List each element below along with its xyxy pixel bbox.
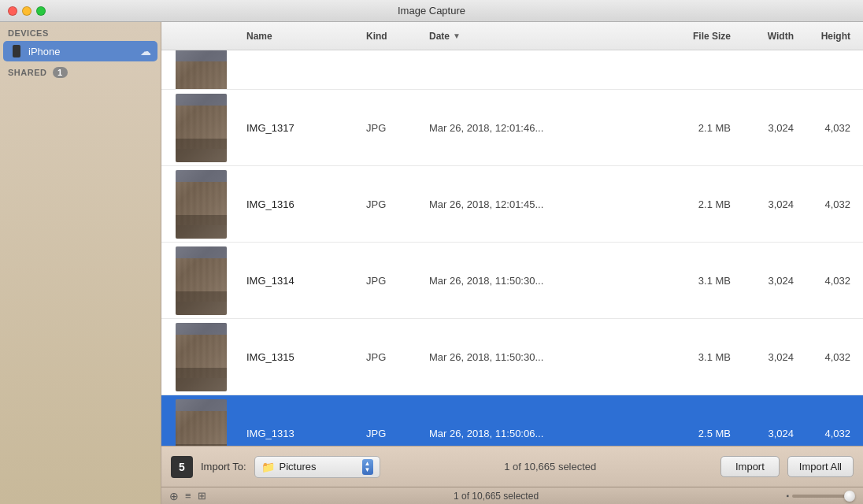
row-kind: JPG bbox=[366, 275, 429, 287]
title-bar: Image Capture bbox=[0, 0, 863, 22]
row-filesize: 2.1 MB bbox=[658, 122, 737, 134]
row-date: Mar 26, 2018, 12:01:46... bbox=[429, 122, 658, 134]
thumbnail-size-slider[interactable]: ▪ bbox=[786, 491, 855, 500]
window-title: Image Capture bbox=[398, 5, 465, 17]
row-height: 4,032 bbox=[800, 198, 863, 210]
slider-min-icon: ▪ bbox=[786, 491, 789, 500]
row-height: 4,032 bbox=[800, 275, 863, 287]
import-destination-dropdown[interactable]: 📁 Pictures ▲ ▼ bbox=[254, 456, 380, 478]
add-folder-icon[interactable]: ⊕ bbox=[169, 490, 179, 502]
row-thumbnail bbox=[161, 166, 240, 243]
table-row-partial[interactable] bbox=[161, 50, 863, 90]
window-controls[interactable] bbox=[8, 6, 46, 16]
import-destination-text: Pictures bbox=[280, 461, 357, 472]
close-button[interactable] bbox=[8, 6, 17, 16]
content-area: Name Kind Date ▼ File Size Width Height bbox=[161, 22, 863, 504]
sort-arrow-icon: ▼ bbox=[453, 32, 461, 40]
th-filesize[interactable]: File Size bbox=[658, 31, 737, 42]
row-kind: JPG bbox=[366, 122, 429, 134]
table-header: Name Kind Date ▼ File Size Width Height bbox=[161, 22, 863, 50]
import-to-label: Import To: bbox=[201, 461, 246, 472]
row-width: 3,024 bbox=[737, 351, 800, 363]
th-name[interactable]: Name bbox=[240, 31, 366, 42]
row-kind: JPG bbox=[366, 428, 429, 439]
row-filesize: 3.1 MB bbox=[658, 275, 737, 287]
devices-header: DEVICES bbox=[0, 22, 161, 41]
bottom-bar: 5 Import To: 📁 Pictures ▲ ▼ 1 of 10,665 … bbox=[161, 446, 863, 487]
dropdown-arrow-icon: ▲ ▼ bbox=[362, 459, 373, 475]
row-name: IMG_1317 bbox=[240, 122, 366, 134]
slider-thumb[interactable] bbox=[844, 491, 855, 502]
row-width: 3,024 bbox=[737, 122, 800, 134]
iphone-device-icon bbox=[9, 44, 24, 58]
row-date: Mar 26, 2018, 11:50:30... bbox=[429, 275, 658, 287]
shared-badge: 1 bbox=[53, 67, 68, 78]
row-name: IMG_1313 bbox=[240, 428, 366, 439]
th-kind[interactable]: Kind bbox=[366, 31, 429, 42]
th-date[interactable]: Date ▼ bbox=[429, 31, 658, 42]
row-height: 4,032 bbox=[800, 428, 863, 439]
list-view-icon[interactable]: ≡ bbox=[185, 490, 191, 502]
row-kind: JPG bbox=[366, 198, 429, 210]
selection-status: 1 of 10,665 selected bbox=[388, 461, 713, 472]
row-filesize: 2.1 MB bbox=[658, 198, 737, 210]
row-name: IMG_1315 bbox=[240, 351, 366, 363]
folder-icon: 📁 bbox=[261, 461, 275, 473]
th-width[interactable]: Width bbox=[737, 31, 800, 42]
minimize-button[interactable] bbox=[22, 6, 31, 16]
table-row[interactable]: IMG_1314 JPG Mar 26, 2018, 11:50:30... 3… bbox=[161, 243, 863, 319]
row-filesize: 2.5 MB bbox=[658, 428, 737, 439]
row-filesize: 3.1 MB bbox=[658, 351, 737, 363]
slider-track[interactable] bbox=[792, 495, 855, 498]
table-row[interactable]: IMG_1316 JPG Mar 26, 2018, 12:01:45... 2… bbox=[161, 166, 863, 243]
sidebar: DEVICES iPhone ☁ SHARED 1 bbox=[0, 22, 161, 504]
footer-count: 1 of 10,665 selected bbox=[213, 491, 780, 502]
import-button[interactable]: Import bbox=[720, 456, 780, 477]
main-layout: DEVICES iPhone ☁ SHARED 1 Name Kind Date… bbox=[0, 22, 863, 504]
table-body: IMG_1317 JPG Mar 26, 2018, 12:01:46... 2… bbox=[161, 50, 863, 446]
row-width: 3,024 bbox=[737, 275, 800, 287]
maximize-button[interactable] bbox=[36, 6, 46, 16]
table-row[interactable]: IMG_1315 JPG Mar 26, 2018, 11:50:30... 3… bbox=[161, 319, 863, 395]
row-thumbnail bbox=[161, 395, 240, 447]
cloud-icon: ☁ bbox=[140, 45, 151, 57]
partial-thumbnail bbox=[161, 50, 240, 89]
row-height: 4,032 bbox=[800, 122, 863, 134]
row-date: Mar 26, 2018, 11:50:30... bbox=[429, 351, 658, 363]
row-kind: JPG bbox=[366, 351, 429, 363]
row-date: Mar 26, 2018, 11:50:06... bbox=[429, 428, 658, 439]
table-row-selected[interactable]: IMG_1313 JPG Mar 26, 2018, 11:50:06... 2… bbox=[161, 395, 863, 446]
footer-bar: ⊕ ≡ ⊞ 1 of 10,665 selected ▪ bbox=[161, 487, 863, 504]
row-name: IMG_1314 bbox=[240, 275, 366, 287]
row-thumbnail bbox=[161, 90, 240, 166]
row-date: Mar 26, 2018, 12:01:45... bbox=[429, 198, 658, 210]
grid-view-icon[interactable]: ⊞ bbox=[198, 490, 206, 502]
row-thumbnail bbox=[161, 243, 240, 319]
import-all-button[interactable]: Import All bbox=[787, 456, 854, 477]
row-thumbnail bbox=[161, 319, 240, 395]
import-count-badge: 5 bbox=[171, 456, 193, 478]
shared-header: SHARED 1 bbox=[0, 61, 161, 80]
view-toggle: ≡ ⊞ bbox=[185, 490, 206, 502]
row-height: 4,032 bbox=[800, 351, 863, 363]
sidebar-item-iphone[interactable]: iPhone ☁ bbox=[3, 41, 157, 61]
table-row[interactable]: IMG_1317 JPG Mar 26, 2018, 12:01:46... 2… bbox=[161, 90, 863, 166]
th-height[interactable]: Height bbox=[800, 31, 863, 42]
row-width: 3,024 bbox=[737, 428, 800, 439]
sidebar-iphone-label: iPhone bbox=[28, 46, 140, 57]
row-width: 3,024 bbox=[737, 198, 800, 210]
row-name: IMG_1316 bbox=[240, 198, 366, 210]
